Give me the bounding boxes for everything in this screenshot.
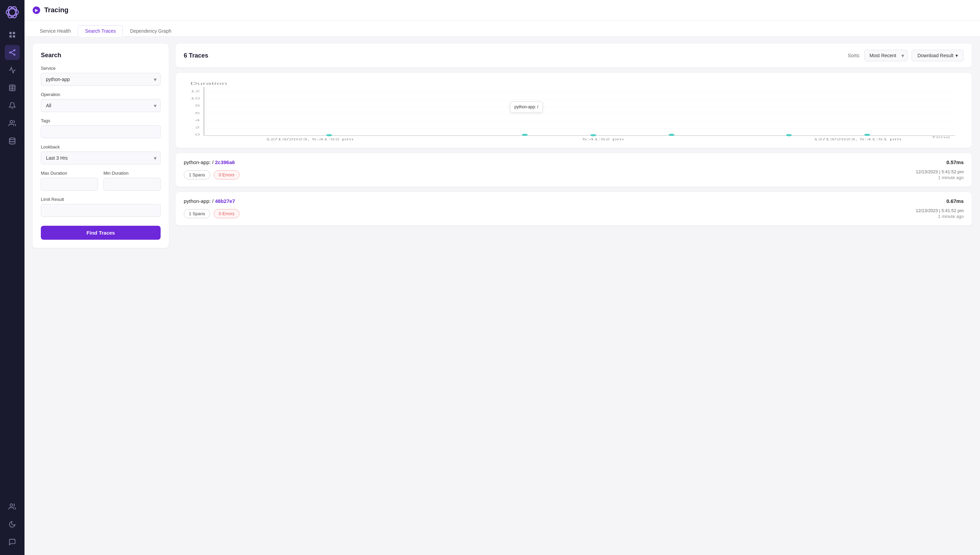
logo[interactable] (5, 5, 19, 21)
tab-bar: Service Health Search Traces Dependency … (24, 21, 980, 37)
search-heading: Search (41, 52, 161, 59)
lookback-label: Lookback (41, 144, 161, 149)
svg-point-8 (14, 50, 15, 51)
min-duration-field-group: Min Duration (104, 171, 161, 191)
svg-point-36 (326, 134, 332, 136)
page-title: Tracing (44, 6, 69, 14)
tab-dependency-graph[interactable]: Dependency Graph (123, 25, 178, 37)
svg-text:12: 12 (190, 89, 200, 93)
service-select[interactable]: python-app (41, 73, 161, 86)
tags-field-group: Tags (41, 118, 161, 138)
chart-card: Duration 0 2 4 6 8 10 12 (176, 73, 972, 148)
trace-ago: 1 minute ago (938, 214, 964, 219)
sidebar-item-alerts[interactable] (5, 98, 20, 113)
results-panel: 6 Traces Sorts: Most Recent Download Res… (176, 43, 972, 548)
svg-text:4: 4 (195, 118, 200, 122)
trace-duration: 0.57ms (946, 159, 964, 165)
traces-header: 6 Traces Sorts: Most Recent Download Res… (176, 43, 972, 67)
lookback-select[interactable]: Last 3 Hrs (41, 151, 161, 164)
svg-point-16 (10, 120, 13, 123)
sidebar-item-plugins[interactable] (5, 116, 20, 131)
operation-field-group: Operation All (41, 92, 161, 112)
errors-badge: 0 Errors (214, 209, 240, 218)
svg-point-9 (14, 54, 15, 56)
trace-ago: 1 minute ago (938, 175, 964, 180)
svg-rect-3 (10, 32, 11, 34)
limit-result-field-group: Limit Result (41, 197, 161, 217)
trace-service-name: python-app: / 2c396a6 (184, 159, 235, 165)
max-duration-label: Max Duration (41, 171, 98, 176)
tab-search-traces[interactable]: Search Traces (78, 25, 123, 37)
topbar: ▶ Tracing (24, 0, 980, 21)
download-label: Download Result (918, 53, 953, 58)
limit-result-label: Limit Result (41, 197, 161, 202)
sort-select[interactable]: Most Recent (864, 50, 908, 61)
trace-meta: 12/13/2023 | 5:41:52 pm 1 minute ago (916, 208, 964, 219)
sidebar-item-tables[interactable] (5, 80, 20, 95)
find-traces-button[interactable]: Find Traces (41, 226, 161, 240)
trace-footer: 1 Spans 0 Errors 12/13/2023 | 5:41:52 pm… (184, 208, 964, 219)
tags-label: Tags (41, 118, 161, 123)
trace-card[interactable]: python-app: / 48b27e7 0.67ms 1 Spans 0 E… (176, 192, 972, 225)
tab-service-health[interactable]: Service Health (33, 25, 78, 37)
svg-text:0: 0 (195, 132, 200, 136)
trace-card[interactable]: python-app: / 2c396a6 0.57ms 1 Spans 0 E… (176, 153, 972, 187)
sidebar-item-analytics[interactable] (5, 63, 20, 78)
trace-card-header: python-app: / 2c396a6 0.57ms (184, 159, 964, 165)
service-select-wrapper: python-app (41, 73, 161, 86)
svg-text:2: 2 (195, 125, 200, 129)
svg-point-40 (786, 134, 792, 136)
sidebar-item-dashboard[interactable] (5, 27, 20, 42)
limit-result-input[interactable] (41, 204, 161, 217)
sidebar-item-chat[interactable] (5, 534, 20, 550)
trace-footer: 1 Spans 0 Errors 12/13/2023 | 5:41:52 pm… (184, 169, 964, 180)
trace-badges: 1 Spans 0 Errors (184, 170, 240, 180)
trace-service-name: python-app: / 48b27e7 (184, 198, 235, 204)
svg-rect-6 (13, 35, 15, 37)
svg-text:5:41:52 pm: 5:41:52 pm (582, 138, 624, 141)
lookback-select-wrapper: Last 3 Hrs (41, 151, 161, 164)
trace-date: 12/13/2023 | 5:41:52 pm (916, 208, 964, 213)
duration-row: Max Duration Min Duration (41, 171, 161, 197)
errors-badge: 0 Errors (214, 170, 240, 180)
max-duration-field-group: Max Duration (41, 171, 98, 191)
svg-point-7 (10, 52, 11, 53)
svg-text:Duration: Duration (190, 81, 227, 85)
svg-rect-4 (13, 32, 15, 34)
operation-select-wrapper: All (41, 99, 161, 112)
svg-text:12/13/2023, 5:41:51 pm: 12/13/2023, 5:41:51 pm (814, 138, 902, 141)
download-chevron-icon: ▾ (956, 53, 958, 58)
sidebar-item-users[interactable] (5, 499, 20, 514)
svg-point-37 (522, 134, 528, 136)
duration-chart: Duration 0 2 4 6 8 10 12 (182, 80, 965, 141)
svg-text:8: 8 (195, 104, 200, 107)
svg-text:10: 10 (190, 96, 200, 100)
svg-point-17 (10, 138, 15, 140)
download-result-button[interactable]: Download Result ▾ (911, 50, 964, 61)
min-duration-input[interactable] (104, 178, 161, 191)
svg-point-2 (6, 5, 18, 19)
trace-id: 2c396a6 (215, 159, 235, 165)
search-panel: Search Service python-app Operation All (33, 43, 169, 248)
sort-select-wrapper: Most Recent (864, 50, 908, 61)
operation-select[interactable]: All (41, 99, 161, 112)
svg-text:6: 6 (195, 111, 200, 115)
sidebar-item-darkmode[interactable] (5, 517, 20, 532)
traces-controls: Sorts: Most Recent Download Result ▾ (848, 50, 964, 61)
svg-text:Time: Time (931, 135, 950, 139)
trace-card-header: python-app: / 48b27e7 0.67ms (184, 198, 964, 204)
operation-label: Operation (41, 92, 161, 97)
svg-point-41 (864, 134, 870, 136)
svg-text:12/13/2023, 5:41:52 pm: 12/13/2023, 5:41:52 pm (266, 138, 353, 141)
sidebar-item-tracing[interactable] (5, 45, 20, 60)
spans-badge: 1 Spans (184, 170, 210, 180)
main-area: ▶ Tracing Service Health Search Traces D… (24, 0, 980, 555)
sidebar (0, 0, 24, 555)
tags-input[interactable] (41, 125, 161, 138)
sidebar-item-storage[interactable] (5, 133, 20, 148)
traces-count: 6 Traces (184, 52, 208, 59)
trace-badges: 1 Spans 0 Errors (184, 209, 240, 218)
max-duration-input[interactable] (41, 178, 98, 191)
service-field-group: Service python-app (41, 66, 161, 86)
svg-line-10 (11, 51, 14, 53)
